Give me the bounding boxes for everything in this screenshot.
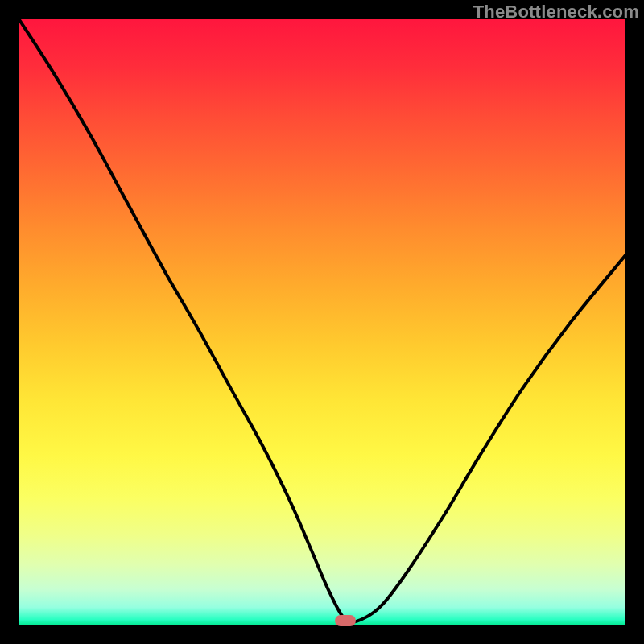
chart-frame: TheBottleneck.com: [0, 0, 644, 644]
watermark-text: TheBottleneck.com: [473, 2, 639, 23]
chart-curve: [19, 19, 625, 625]
curve-minimum-marker: [335, 615, 356, 626]
bottleneck-curve-path: [19, 19, 625, 622]
